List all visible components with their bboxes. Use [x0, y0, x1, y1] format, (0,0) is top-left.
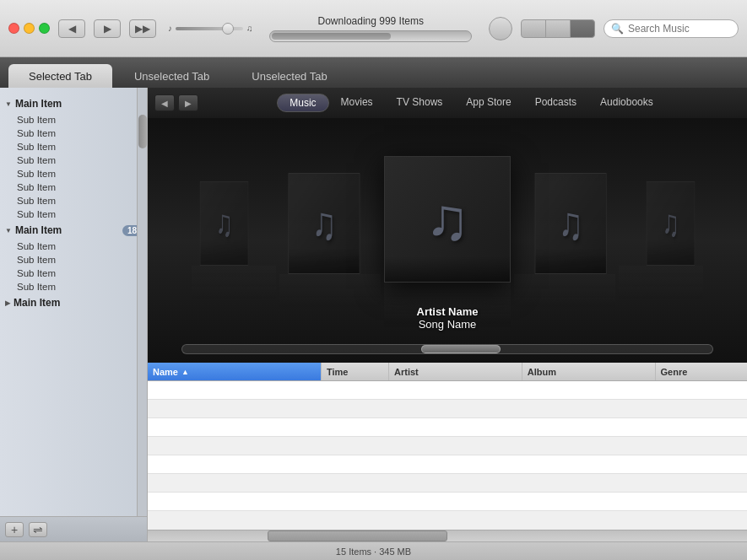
- tab-unselected-1[interactable]: Unselected Tab: [114, 64, 230, 88]
- forward-icon: ▶▶: [135, 23, 150, 35]
- search-icon: 🔍: [611, 23, 624, 35]
- content-panel: ◀ ▶ Music Movies TV Shows App Store: [148, 88, 747, 541]
- media-nav-bar: ◀ ▶ Music Movies TV Shows App Store: [148, 88, 747, 118]
- round-view-button-1[interactable]: [489, 17, 512, 40]
- sidebar-section-main-item-2[interactable]: ▼ Main Item 18: [0, 221, 147, 240]
- sidebar-sub-item-1-1[interactable]: Sub Item: [0, 113, 147, 127]
- media-forward-button[interactable]: ▶: [178, 94, 198, 111]
- back-button[interactable]: ◀: [58, 19, 85, 38]
- add-playlist-button[interactable]: +: [5, 522, 24, 537]
- volume-slider[interactable]: ♪ ♫: [168, 24, 253, 33]
- sidebar-sub-item-1-7[interactable]: Sub Item: [0, 194, 147, 207]
- sidebar-sub-item-2-3[interactable]: Sub Item: [0, 267, 147, 280]
- download-label: Downloading 999 Items: [318, 15, 424, 27]
- forward-button[interactable]: ▶▶: [129, 19, 156, 38]
- col-time[interactable]: Time: [322, 363, 389, 380]
- search-input[interactable]: [628, 23, 731, 35]
- search-box[interactable]: 🔍: [604, 19, 739, 38]
- track-row[interactable]: [148, 455, 747, 474]
- tab-unselected-2[interactable]: Unselected Tab: [231, 64, 347, 88]
- album-cover-near-right[interactable]: ♫: [535, 173, 607, 274]
- album-far-left: ♫: [192, 181, 276, 299]
- volume-thumb[interactable]: [222, 23, 234, 35]
- col-genre[interactable]: Genre: [656, 363, 748, 380]
- maximize-button[interactable]: [39, 23, 50, 34]
- sidebar-sub-item-2-2[interactable]: Sub Item: [0, 253, 147, 267]
- sidebar-section-main-item-1[interactable]: ▼ Main Item: [0, 94, 147, 113]
- track-row[interactable]: [148, 437, 747, 455]
- status-label: 15 Items · 345 MB: [336, 547, 411, 557]
- sidebar-sub-item-2-4[interactable]: Sub Item: [0, 280, 147, 293]
- album-cover-near-left[interactable]: ♫: [289, 173, 360, 274]
- media-tab-movies[interactable]: Movies: [329, 94, 385, 112]
- track-row[interactable]: [148, 493, 747, 511]
- progress-bar-fill: [272, 33, 390, 40]
- media-tab-audiobooks[interactable]: Audiobooks: [588, 94, 665, 112]
- sidebar-sub-item-1-2[interactable]: Sub Item: [0, 127, 147, 140]
- expand-triangle-3: ▶: [5, 299, 10, 307]
- progress-bar-container: [269, 30, 472, 42]
- track-rows[interactable]: [148, 381, 747, 530]
- shuffle-button[interactable]: ⇌: [29, 522, 47, 537]
- tab-selected-label: Selected Tab: [29, 70, 92, 83]
- media-forward-icon: ▶: [185, 99, 192, 108]
- cover-flow[interactable]: ♫ ♫ ♫: [148, 118, 747, 363]
- media-tab-music[interactable]: Music: [277, 94, 328, 112]
- sidebar-sub-item-1-6[interactable]: Sub Item: [0, 180, 147, 194]
- album-cover-far-right[interactable]: ♫: [647, 181, 695, 266]
- volume-track[interactable]: [176, 27, 243, 30]
- media-tab-tvshows[interactable]: TV Shows: [385, 94, 455, 112]
- minimize-button[interactable]: [24, 23, 35, 34]
- album-cover-center[interactable]: ♫: [384, 156, 511, 283]
- play-icon: ▶: [104, 23, 111, 35]
- media-tab-appstore[interactable]: App Store: [454, 94, 522, 112]
- expand-triangle-1: ▼: [5, 100, 12, 108]
- tab-unselected-1-label: Unselected Tab: [134, 70, 209, 83]
- traffic-lights: [8, 23, 50, 34]
- tab-bar: Selected Tab Unselected Tab Unselected T…: [0, 57, 747, 88]
- album-near-left: ♫: [279, 173, 381, 308]
- titlebar: ◀ ▶ ▶▶ ♪ ♫ Downloading 999 Items 🔍: [0, 0, 747, 57]
- shuffle-icon: ⇌: [33, 523, 43, 536]
- close-button[interactable]: [8, 23, 19, 34]
- sidebar-content[interactable]: ▼ Main Item Sub Item Sub Item Sub Item S…: [0, 88, 147, 516]
- main-area: ▼ Main Item Sub Item Sub Item Sub Item S…: [0, 88, 747, 541]
- track-row[interactable]: [148, 474, 747, 493]
- view-list-button[interactable]: [521, 19, 546, 38]
- view-grid-button[interactable]: [545, 19, 571, 38]
- col-artist[interactable]: Artist: [389, 363, 522, 380]
- music-note-icon-2: ♫: [311, 197, 336, 250]
- cover-scrollbar-thumb[interactable]: [421, 345, 501, 353]
- media-back-icon: ◀: [161, 99, 168, 108]
- content-scrollbar[interactable]: [148, 530, 747, 541]
- sidebar-scrollbar[interactable]: [137, 88, 147, 516]
- media-back-button[interactable]: ◀: [154, 94, 175, 111]
- content-scrollbar-thumb[interactable]: [268, 530, 447, 541]
- sidebar-sub-item-1-4[interactable]: Sub Item: [0, 153, 147, 167]
- sidebar-sub-item-1-8[interactable]: Sub Item: [0, 207, 147, 221]
- cover-labels: Artist Name Song Name: [417, 305, 479, 331]
- col-album[interactable]: Album: [522, 363, 656, 380]
- cover-scrollbar[interactable]: [181, 344, 713, 354]
- section-3-label: Main Item: [14, 297, 60, 309]
- album-near-right: ♫: [514, 173, 615, 308]
- sidebar-sub-item-1-3[interactable]: Sub Item: [0, 140, 147, 153]
- media-tab-podcasts[interactable]: Podcasts: [523, 94, 588, 112]
- track-row[interactable]: [148, 400, 747, 418]
- media-tabs: Music Movies TV Shows App Store Podcasts…: [202, 94, 740, 112]
- col-name[interactable]: Name ▲: [148, 363, 322, 380]
- track-row[interactable]: [148, 418, 747, 437]
- view-coverflow-button[interactable]: [570, 19, 595, 38]
- expand-triangle-2: ▼: [5, 227, 12, 234]
- track-row[interactable]: [148, 381, 747, 400]
- sidebar-section-main-item-3[interactable]: ▶ Main Item: [0, 293, 147, 312]
- sidebar-scroll-thumb[interactable]: [138, 115, 147, 148]
- album-cover-far-left[interactable]: ♫: [200, 181, 248, 266]
- tab-selected[interactable]: Selected Tab: [8, 64, 112, 88]
- cover-flow-inner: ♫ ♫ ♫: [192, 156, 703, 325]
- play-button[interactable]: ▶: [94, 19, 121, 38]
- sidebar-sub-item-2-1[interactable]: Sub Item: [0, 240, 147, 253]
- back-icon: ◀: [68, 23, 76, 35]
- sort-arrow-icon: ▲: [181, 368, 189, 376]
- sidebar-sub-item-1-5[interactable]: Sub Item: [0, 167, 147, 180]
